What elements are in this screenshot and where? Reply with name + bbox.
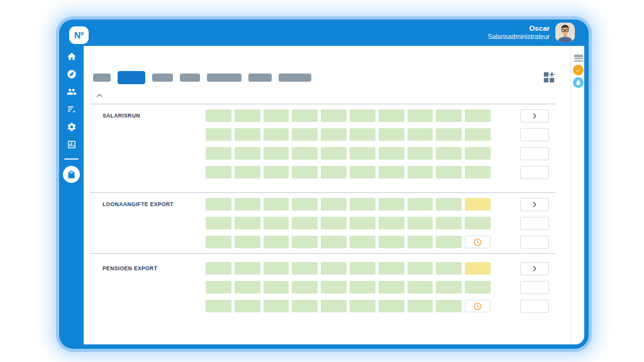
status-cell-green[interactable]: [436, 236, 462, 248]
sidebar-item-people[interactable]: [59, 84, 84, 99]
status-cell-green[interactable]: [436, 281, 462, 293]
toolbar-pill[interactable]: [248, 74, 272, 82]
status-cell-green[interactable]: [350, 128, 375, 141]
toolbar-pill[interactable]: [152, 74, 173, 82]
status-cell-green[interactable]: [408, 281, 433, 293]
sidebar-item-bar-chart[interactable]: [59, 137, 84, 152]
status-cell-green[interactable]: [321, 300, 347, 312]
status-cell-green[interactable]: [465, 128, 491, 141]
status-cell-green[interactable]: [206, 166, 231, 178]
status-cell-green[interactable]: [379, 166, 404, 178]
status-cell-green[interactable]: [465, 281, 491, 293]
status-cell-green[interactable]: [292, 166, 318, 178]
status-cell-green[interactable]: [206, 262, 231, 275]
status-cell-pending[interactable]: [465, 236, 491, 248]
status-cell-green[interactable]: [292, 128, 318, 141]
app-logo[interactable]: Nº: [69, 26, 89, 44]
status-cell-green[interactable]: [321, 128, 347, 141]
check-circle-icon[interactable]: [573, 65, 584, 75]
dashboard-customize-icon[interactable]: [542, 70, 556, 84]
avatar[interactable]: [555, 23, 575, 42]
action-box[interactable]: [520, 147, 549, 160]
sidebar-item-home[interactable]: [59, 49, 84, 64]
status-cell-green[interactable]: [235, 262, 260, 275]
open-section-button[interactable]: [520, 262, 549, 275]
status-cell-green[interactable]: [350, 166, 375, 178]
status-cell-green[interactable]: [235, 128, 260, 141]
status-cell-green[interactable]: [350, 217, 375, 229]
status-cell-green[interactable]: [465, 147, 491, 160]
status-cell-green[interactable]: [379, 128, 404, 141]
status-cell-green[interactable]: [379, 236, 404, 248]
status-cell-green[interactable]: [436, 217, 462, 229]
status-cell-green[interactable]: [206, 300, 231, 312]
status-cell-green[interactable]: [408, 262, 433, 275]
status-cell-green[interactable]: [436, 128, 462, 141]
status-cell-green[interactable]: [235, 300, 260, 312]
status-cell-green[interactable]: [235, 109, 260, 122]
toolbar-pill[interactable]: [207, 74, 242, 82]
status-cell-green[interactable]: [321, 166, 347, 178]
action-box[interactable]: [520, 217, 549, 230]
status-cell-green[interactable]: [350, 262, 375, 275]
status-cell-green[interactable]: [436, 300, 462, 312]
status-cell-green[interactable]: [465, 217, 491, 229]
sidebar-item-task-list[interactable]: [59, 102, 84, 117]
status-cell-green[interactable]: [465, 109, 491, 122]
status-cell-green[interactable]: [436, 147, 462, 160]
status-cell-green[interactable]: [436, 166, 462, 178]
status-cell-green[interactable]: [264, 281, 289, 293]
status-cell-yellow[interactable]: [465, 262, 491, 275]
toolbar-pill-active[interactable]: [118, 71, 145, 84]
action-box[interactable]: [520, 236, 549, 249]
status-cell-green[interactable]: [350, 236, 375, 248]
status-cell-green[interactable]: [235, 147, 260, 160]
sidebar-item-compass[interactable]: [59, 67, 84, 82]
status-cell-green[interactable]: [408, 109, 433, 122]
status-cell-green[interactable]: [321, 109, 347, 122]
status-cell-green[interactable]: [206, 109, 231, 122]
status-cell-green[interactable]: [292, 217, 318, 229]
status-cell-green[interactable]: [235, 166, 260, 178]
status-cell-green[interactable]: [436, 198, 462, 211]
status-cell-green[interactable]: [379, 217, 404, 229]
status-cell-green[interactable]: [264, 166, 289, 178]
status-cell-yellow[interactable]: [465, 198, 491, 211]
status-cell-green[interactable]: [292, 281, 318, 293]
bell-circle-icon[interactable]: [573, 77, 584, 88]
status-cell-green[interactable]: [408, 236, 433, 248]
user-menu[interactable]: Oscar Salarisadministrateur: [487, 23, 575, 42]
status-cell-green[interactable]: [408, 300, 433, 312]
status-cell-green[interactable]: [206, 217, 231, 229]
status-cell-green[interactable]: [235, 281, 260, 293]
status-cell-green[interactable]: [206, 198, 231, 211]
status-cell-green[interactable]: [350, 281, 375, 293]
status-cell-green[interactable]: [379, 147, 404, 160]
status-cell-green[interactable]: [350, 109, 375, 122]
status-cell-green[interactable]: [206, 281, 231, 293]
status-cell-green[interactable]: [465, 166, 491, 178]
status-cell-green[interactable]: [436, 262, 462, 275]
status-cell-green[interactable]: [292, 236, 318, 248]
status-cell-green[interactable]: [235, 217, 260, 229]
status-cell-green[interactable]: [350, 198, 375, 211]
toolbar-pill[interactable]: [93, 74, 111, 82]
open-section-button[interactable]: [520, 109, 549, 123]
status-cell-green[interactable]: [206, 147, 231, 160]
collapse-caret-icon[interactable]: [96, 90, 103, 98]
action-box[interactable]: [520, 300, 549, 313]
status-cell-green[interactable]: [206, 236, 231, 248]
status-cell-green[interactable]: [264, 217, 289, 229]
status-cell-green[interactable]: [408, 217, 433, 229]
status-cell-green[interactable]: [235, 198, 260, 211]
status-cell-green[interactable]: [292, 198, 318, 211]
status-cell-green[interactable]: [264, 300, 289, 312]
status-cell-green[interactable]: [292, 147, 318, 160]
toolbar-pill[interactable]: [279, 74, 311, 82]
status-cell-green[interactable]: [321, 217, 347, 229]
action-box[interactable]: [520, 166, 549, 179]
status-cell-green[interactable]: [321, 198, 347, 211]
status-cell-green[interactable]: [408, 166, 433, 178]
action-box[interactable]: [520, 128, 549, 141]
status-cell-green[interactable]: [321, 262, 347, 275]
